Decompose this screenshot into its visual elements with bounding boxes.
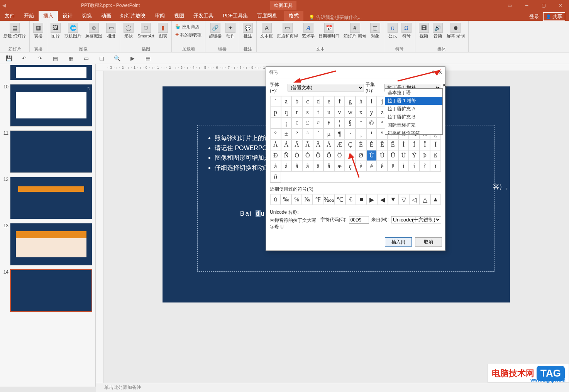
subset-option[interactable]: 进格的修饰字符: [385, 129, 442, 135]
picture-button[interactable]: 🖼图片: [49, 22, 62, 39]
tab-animations[interactable]: 动画: [97, 11, 116, 21]
recent-symbol-cell[interactable]: ◀: [377, 194, 388, 205]
symbol-cell[interactable]: b: [291, 96, 302, 107]
symbol-cell[interactable]: ¤: [313, 118, 324, 128]
symbol-cell[interactable]: ¨: [356, 118, 366, 128]
symbol-cell[interactable]: Ý: [409, 150, 420, 161]
share-button[interactable]: 👤 共享: [543, 12, 565, 21]
comment-button[interactable]: 💬批注: [242, 22, 254, 39]
tab-developer[interactable]: 开发工具: [189, 11, 218, 21]
table-button[interactable]: ▦表格: [32, 22, 44, 39]
symbol-cell[interactable]: Ù: [366, 150, 377, 161]
symbol-cell[interactable]: â: [291, 161, 302, 172]
symbol-cell[interactable]: í: [409, 161, 420, 172]
notes-pane[interactable]: 单击此处添加备注: [96, 383, 569, 392]
symbol-cell[interactable]: v: [334, 107, 345, 118]
symbol-cell[interactable]: Æ: [334, 139, 345, 150]
album-button[interactable]: ▭相册: [105, 22, 117, 39]
symbol-cell[interactable]: r: [291, 107, 302, 118]
subset-option[interactable]: 国际音标扩充: [385, 121, 442, 129]
thumb-selected[interactable]: 14: [2, 269, 92, 312]
equation-button[interactable]: π公式: [386, 22, 399, 39]
symbol-cell[interactable]: e: [323, 96, 334, 107]
symbol-cell[interactable]: i: [366, 96, 377, 107]
symbol-cell[interactable]: Å: [323, 139, 334, 150]
symbol-cell[interactable]: ï: [430, 161, 441, 172]
symbol-cell[interactable]: î: [420, 161, 430, 172]
redo-icon[interactable]: ↷: [36, 55, 43, 62]
tab-design[interactable]: 设计: [58, 11, 77, 21]
header-footer-button[interactable]: ▭页眉和页脚: [276, 22, 299, 39]
symbol-cell[interactable]: ¹: [366, 128, 377, 139]
symbol-cell[interactable]: ð: [270, 172, 281, 182]
video-button[interactable]: 🎞视频: [418, 22, 430, 39]
symbol-cell[interactable]: Ø: [356, 150, 366, 161]
symbol-cell[interactable]: È: [356, 139, 366, 150]
symbol-cell[interactable]: Ü: [398, 150, 409, 161]
recent-symbol-cell[interactable]: △: [420, 194, 430, 205]
tab-home[interactable]: 开始: [19, 11, 39, 21]
smartart-button[interactable]: ⬡SmartArt: [136, 22, 155, 39]
recent-symbol-cell[interactable]: ℉: [313, 194, 323, 205]
symbol-cell[interactable]: Ä: [313, 139, 324, 150]
symbol-cell[interactable]: Ô: [313, 150, 324, 161]
symbol-cell[interactable]: Ó: [302, 150, 313, 161]
recent-symbol-cell[interactable]: №: [302, 194, 312, 205]
symbol-cell[interactable]: u: [323, 107, 334, 118]
symbol-cell[interactable]: ±: [281, 128, 292, 139]
tab-baidu[interactable]: 百度网盘: [252, 11, 282, 21]
symbol-cell[interactable]: æ: [334, 161, 345, 172]
recent-symbol-cell[interactable]: ▶: [367, 194, 377, 205]
recent-symbol-cell[interactable]: ▲: [430, 194, 441, 205]
symbol-cell[interactable]: Ê: [377, 139, 388, 150]
symbol-cell[interactable]: q: [281, 107, 292, 118]
symbol-cell[interactable]: Í: [409, 139, 420, 150]
symbol-cell[interactable]: ê: [377, 161, 388, 172]
qat-icon[interactable]: ▭: [83, 55, 90, 62]
recent-symbol-cell[interactable]: ▽: [398, 194, 409, 205]
ribbon-options-icon[interactable]: ▭: [501, 0, 518, 11]
symbol-cell[interactable]: Ç: [345, 139, 356, 150]
symbol-cell[interactable]: è: [356, 161, 366, 172]
chart-button[interactable]: ▮图表: [157, 22, 169, 39]
symbol-cell[interactable]: ³: [302, 128, 313, 139]
symbol-cell[interactable]: y: [366, 107, 377, 118]
textbox-button[interactable]: A文本框: [259, 22, 274, 39]
symbol-cell[interactable]: É: [366, 139, 377, 150]
symbol-cell[interactable]: Ì: [398, 139, 409, 150]
recent-symbol-cell[interactable]: ‰: [281, 194, 291, 205]
symbol-cell[interactable]: w: [345, 107, 356, 118]
maximize-icon[interactable]: ▢: [535, 0, 552, 11]
screen-recording-button[interactable]: ⏺屏幕 录制: [445, 22, 466, 39]
tab-format[interactable]: 格式: [284, 11, 303, 21]
symbol-cell[interactable]: Ò: [291, 150, 302, 161]
symbol-cell[interactable]: s: [302, 107, 313, 118]
symbol-cell[interactable]: ¦: [334, 118, 345, 128]
symbol-cell[interactable]: §: [345, 118, 356, 128]
my-addins-button[interactable]: ✚我的加载项: [174, 32, 203, 38]
thumb[interactable]: 11: [2, 130, 92, 173]
symbol-cell[interactable]: ·: [345, 128, 356, 139]
symbol-cell[interactable]: Á: [281, 139, 292, 150]
symbol-cell[interactable]: à: [270, 161, 281, 172]
recent-symbols[interactable]: ù‰℅№℉‱℃€■▶◀▼▽◁△▲: [270, 194, 441, 205]
symbol-cell[interactable]: ã: [302, 161, 313, 172]
shapes-button[interactable]: ◯形状: [122, 22, 135, 39]
symbol-cell[interactable]: Ð: [270, 150, 281, 161]
symbol-cell[interactable]: ¸: [356, 128, 366, 139]
symbol-cell[interactable]: µ: [323, 128, 334, 139]
save-icon[interactable]: 💾: [5, 55, 12, 62]
symbol-button[interactable]: Ω符号: [400, 22, 413, 39]
thumb[interactable]: 12: [2, 177, 92, 219]
slide-number-button[interactable]: #幻灯片 编号: [342, 22, 367, 39]
charcode-input[interactable]: [349, 216, 369, 224]
action-button[interactable]: ✦动作: [224, 22, 237, 39]
slide-thumbnails[interactable]: 10☆ 11 12 13 14: [0, 64, 96, 387]
symbol-cell[interactable]: Ã: [302, 139, 313, 150]
symbol-cell[interactable]: ´: [313, 128, 324, 139]
hyperlink-button[interactable]: 🔗超链接: [208, 22, 223, 39]
qat-icon[interactable]: ▤: [52, 55, 59, 62]
login-link[interactable]: 登录: [529, 13, 539, 20]
drawing-tools-tab[interactable]: 绘图工具: [270, 1, 296, 10]
subset-option-selected[interactable]: 拉丁语-1 增补: [385, 97, 442, 105]
